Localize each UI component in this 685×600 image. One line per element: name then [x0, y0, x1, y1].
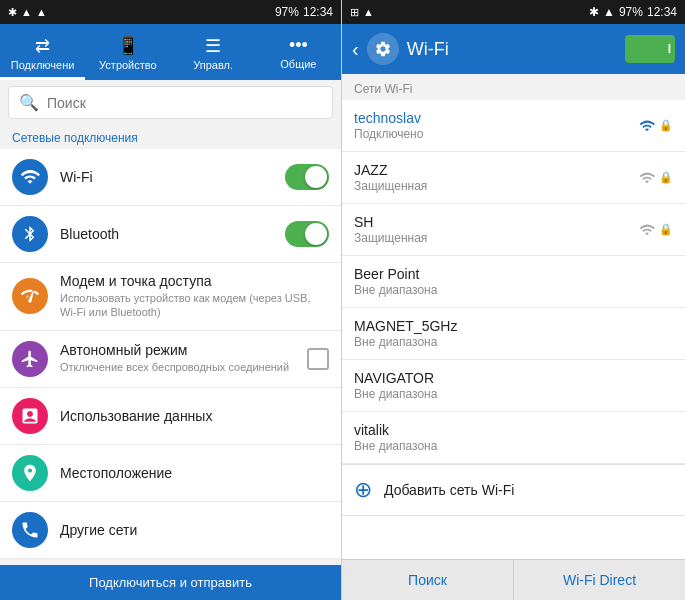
wifi-item-navigator-text: NAVIGATOR Вне диапазона: [354, 370, 673, 401]
wifi-item-vitalik[interactable]: vitalik Вне диапазона: [342, 412, 685, 464]
settings-item-bluetooth[interactable]: Bluetooth: [0, 206, 341, 263]
wifi-signal-sh: 🔒: [637, 222, 673, 238]
wifi-name-magnet: MAGNET_5GHz: [354, 318, 673, 334]
settings-item-location[interactable]: Местоположение: [0, 445, 341, 502]
othernets-icon: [12, 512, 48, 548]
wifi-toggle-knob: [305, 166, 327, 188]
tab-general[interactable]: ••• Общие: [256, 24, 341, 80]
signal-status-icon: ▲: [36, 6, 47, 18]
back-button[interactable]: ‹: [352, 38, 359, 61]
tethering-subtitle: Использовать устройство как модем (через…: [60, 291, 329, 320]
wifi-item-sh-text: SH Защищенная: [354, 214, 637, 245]
wifi-item-technoslav-text: technoslav Подключено: [354, 110, 637, 141]
airplane-title: Автономный режим: [60, 342, 307, 358]
bottom-bar[interactable]: Подключиться и отправить: [0, 565, 341, 600]
wifi-main-toggle[interactable]: I: [625, 35, 675, 63]
bluetooth-toggle[interactable]: [285, 221, 329, 247]
left-status-right: 97% 12:34: [275, 5, 333, 19]
wifi-status-technoslav: Подключено: [354, 127, 637, 141]
tab-bar: ⇄ Подключени 📱 Устройство ☰ Управл. ••• …: [0, 24, 341, 80]
search-button[interactable]: Поиск: [342, 560, 514, 600]
right-bluetooth-icon: ✱: [589, 5, 599, 19]
wifi-item-technoslav[interactable]: technoslav Подключено 🔒: [342, 100, 685, 152]
datausage-title: Использование данных: [60, 408, 329, 424]
tab-connections[interactable]: ⇄ Подключени: [0, 24, 85, 80]
datausage-icon: [12, 398, 48, 434]
tab-controls-icon: ☰: [205, 35, 221, 57]
settings-item-wifi[interactable]: Wi-Fi: [0, 149, 341, 206]
wifi-item-navigator[interactable]: NAVIGATOR Вне диапазона: [342, 360, 685, 412]
bluetooth-status-icon: ✱: [8, 6, 17, 19]
tab-connections-icon: ⇄: [35, 35, 50, 57]
search-input[interactable]: [47, 95, 322, 111]
wifi-name-vitalik: vitalik: [354, 422, 673, 438]
datausage-item-text: Использование данных: [60, 408, 329, 424]
settings-list: Wi-Fi Bluetooth Модем и точка до: [0, 149, 341, 565]
lock-icon-technoslav: 🔒: [659, 119, 673, 132]
wifi-toggle-label: I: [668, 42, 671, 56]
wifi-status-sh: Защищенная: [354, 231, 637, 245]
tethering-icon: [12, 278, 48, 314]
airplane-item-text: Автономный режим Отключение всех беспров…: [60, 342, 307, 374]
left-time: 12:34: [303, 5, 333, 19]
bluetooth-toggle-knob: [305, 223, 327, 245]
tab-controls-label: Управл.: [193, 59, 233, 71]
left-status-bar: ✱ ▲ ▲ 97% 12:34: [0, 0, 341, 24]
settings-item-datausage[interactable]: Использование данных: [0, 388, 341, 445]
tab-controls[interactable]: ☰ Управл.: [171, 24, 256, 80]
wifi-item-jazz-text: JAZZ Защищенная: [354, 162, 637, 193]
bluetooth-item-text: Bluetooth: [60, 226, 285, 242]
right-wifi-icon: ▲: [603, 5, 615, 19]
wifi-name-jazz: JAZZ: [354, 162, 637, 178]
wifi-name-navigator: NAVIGATOR: [354, 370, 673, 386]
left-status-icons: ✱ ▲ ▲: [8, 6, 47, 19]
lock-icon-jazz: 🔒: [659, 171, 673, 184]
airplane-icon: [12, 341, 48, 377]
wifi-item-sh[interactable]: SH Защищенная 🔒: [342, 204, 685, 256]
wifi-toggle[interactable]: [285, 164, 329, 190]
settings-item-othernets[interactable]: Другие сети: [0, 502, 341, 559]
othernets-title: Другие сети: [60, 522, 329, 538]
right-section-header: Сети Wi-Fi: [342, 74, 685, 100]
lock-icon-sh: 🔒: [659, 223, 673, 236]
right-battery: 97%: [619, 5, 643, 19]
wifi-item-beerpoint[interactable]: Beer Point Вне диапазона: [342, 256, 685, 308]
add-network-icon: ⊕: [354, 477, 372, 503]
wifi-network-list: technoslav Подключено 🔒 JAZZ Защищенная …: [342, 100, 685, 559]
right-signal-icon: ▲: [363, 6, 374, 18]
wifi-item-jazz[interactable]: JAZZ Защищенная 🔒: [342, 152, 685, 204]
tab-device-icon: 📱: [117, 35, 139, 57]
search-bar: 🔍: [8, 86, 333, 119]
right-panel: ⊞ ▲ ✱ ▲ 97% 12:34 ‹ Wi-Fi I Сети Wi-Fi t…: [342, 0, 685, 600]
wifi-status-navigator: Вне диапазона: [354, 387, 673, 401]
airplane-checkbox[interactable]: [307, 348, 329, 370]
left-panel: ✱ ▲ ▲ 97% 12:34 ⇄ Подключени 📱 Устройств…: [0, 0, 342, 600]
wifi-signal-jazz: 🔒: [637, 170, 673, 186]
wifi-title: Wi-Fi: [60, 169, 285, 185]
tethering-item-text: Модем и точка доступа Использовать устро…: [60, 273, 329, 320]
section-header-connections: Сетевые подключения: [0, 125, 341, 149]
tab-general-label: Общие: [280, 58, 316, 70]
wifi-signal-technoslav: 🔒: [637, 118, 673, 134]
wifi-status-icon: ▲: [21, 6, 32, 18]
wifi-item-beerpoint-text: Beer Point Вне диапазона: [354, 266, 673, 297]
bluetooth-title: Bluetooth: [60, 226, 285, 242]
right-time: 12:34: [647, 5, 677, 19]
tab-device[interactable]: 📱 Устройство: [85, 24, 170, 80]
tab-device-label: Устройство: [99, 59, 157, 71]
airplane-subtitle: Отключение всех беспроводных соединений: [60, 360, 307, 374]
settings-gear-icon[interactable]: [367, 33, 399, 65]
wifi-name-beerpoint: Beer Point: [354, 266, 673, 282]
wifi-direct-button[interactable]: Wi-Fi Direct: [514, 560, 685, 600]
location-title: Местоположение: [60, 465, 329, 481]
wifi-status-jazz: Защищенная: [354, 179, 637, 193]
right-bottom-bar: Поиск Wi-Fi Direct: [342, 559, 685, 600]
tab-connections-label: Подключени: [11, 59, 75, 71]
settings-item-airplane[interactable]: Автономный режим Отключение всех беспров…: [0, 331, 341, 388]
wifi-item-magnet[interactable]: MAGNET_5GHz Вне диапазона: [342, 308, 685, 360]
right-status-icons: ⊞ ▲: [350, 6, 374, 19]
add-network-button[interactable]: ⊕ Добавить сеть Wi-Fi: [342, 464, 685, 516]
location-icon: [12, 455, 48, 491]
settings-item-tethering[interactable]: Модем и точка доступа Использовать устро…: [0, 263, 341, 331]
othernets-item-text: Другие сети: [60, 522, 329, 538]
